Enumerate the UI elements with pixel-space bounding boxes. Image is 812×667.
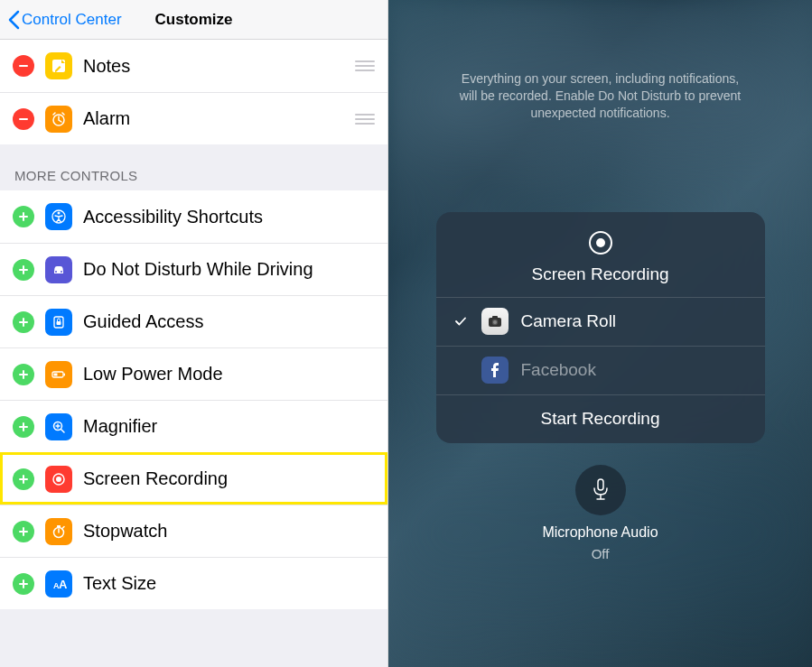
- svg-rect-33: [19, 583, 28, 585]
- control-center-overlay: Everything on your screen, including not…: [388, 0, 812, 667]
- row-label: Guided Access: [83, 311, 375, 332]
- svg-rect-5: [19, 216, 28, 218]
- record-icon: [45, 466, 72, 493]
- camera-icon: [481, 308, 509, 335]
- option-label: Camera Roll: [521, 311, 617, 331]
- svg-text:A: A: [59, 578, 68, 591]
- svg-rect-31: [57, 525, 61, 527]
- row-label: Low Power Mode: [83, 364, 375, 384]
- modal-title: Screen Recording: [531, 264, 668, 284]
- svg-point-41: [493, 320, 497, 324]
- control-row-guided-access[interactable]: Guided Access: [0, 295, 387, 347]
- start-recording-button[interactable]: Start Recording: [436, 394, 765, 443]
- destination-facebook[interactable]: Facebook: [436, 346, 765, 394]
- car-icon: [45, 256, 72, 283]
- add-button[interactable]: [13, 206, 34, 227]
- drag-handle-icon[interactable]: [355, 60, 375, 71]
- magnifier-icon: [45, 413, 72, 440]
- add-button[interactable]: [13, 573, 34, 595]
- facebook-icon: [481, 357, 509, 384]
- recording-notice: Everything on your screen, including not…: [456, 70, 745, 122]
- stopwatch-icon: [45, 518, 72, 545]
- add-button[interactable]: [13, 311, 34, 333]
- row-label: Alarm: [83, 108, 348, 129]
- control-row-magnifier[interactable]: Magnifier: [0, 400, 387, 452]
- alarm-icon: [45, 106, 72, 133]
- svg-rect-29: [19, 531, 28, 533]
- remove-button[interactable]: [13, 55, 34, 77]
- lock-icon: [45, 309, 72, 336]
- row-label: Stopwatch: [83, 521, 375, 542]
- svg-rect-19: [64, 373, 66, 375]
- add-button[interactable]: [13, 364, 34, 385]
- add-button[interactable]: [13, 416, 34, 438]
- page-title: Customize: [155, 11, 233, 29]
- settings-panel: Control Center Customize Notes Alarm: [0, 0, 388, 667]
- notes-icon: [45, 52, 72, 79]
- control-row-dnd-driving[interactable]: Do Not Disturb While Driving: [0, 243, 387, 295]
- destination-camera-roll[interactable]: Camera Roll: [436, 297, 765, 346]
- microphone-section: Microphone Audio Off: [542, 465, 658, 561]
- svg-rect-9: [19, 269, 28, 271]
- svg-rect-15: [57, 321, 61, 325]
- svg-point-37: [596, 238, 605, 247]
- row-label: Magnifier: [83, 416, 375, 437]
- svg-rect-42: [598, 479, 603, 490]
- control-row-stopwatch[interactable]: Stopwatch: [0, 505, 387, 557]
- more-controls-header: MORE CONTROLS: [0, 144, 387, 190]
- battery-icon: [45, 361, 72, 388]
- drag-handle-icon[interactable]: [355, 114, 375, 125]
- microphone-label: Microphone Audio: [542, 524, 658, 541]
- svg-rect-20: [54, 373, 58, 375]
- modal-header: Screen Recording: [436, 212, 765, 297]
- svg-rect-39: [492, 316, 498, 319]
- control-row-notes[interactable]: Notes: [0, 40, 387, 92]
- row-label: Notes: [83, 56, 348, 77]
- svg-point-7: [58, 212, 61, 215]
- accessibility-icon: [45, 203, 72, 230]
- svg-point-10: [55, 271, 57, 273]
- back-button[interactable]: Control Center: [7, 10, 122, 30]
- svg-rect-0: [19, 65, 28, 67]
- svg-point-11: [61, 271, 62, 273]
- control-row-screen-recording[interactable]: Screen Recording: [0, 452, 387, 505]
- screen-recording-modal: Screen Recording Camera Roll Facebook St…: [436, 212, 765, 443]
- control-row-text-size[interactable]: AA Text Size: [0, 557, 387, 609]
- microphone-toggle[interactable]: [575, 465, 626, 515]
- control-row-accessibility[interactable]: Accessibility Shortcuts: [0, 190, 387, 243]
- svg-rect-25: [19, 478, 28, 480]
- control-row-alarm[interactable]: Alarm: [0, 92, 387, 144]
- checkmark-icon: [453, 315, 469, 328]
- included-controls-list: Notes Alarm: [0, 40, 387, 144]
- remove-button[interactable]: [13, 108, 34, 130]
- add-button[interactable]: [13, 521, 34, 542]
- row-label: Accessibility Shortcuts: [83, 207, 375, 227]
- more-controls-list: Accessibility Shortcuts Do Not Disturb W…: [0, 190, 387, 609]
- svg-point-27: [56, 477, 61, 482]
- microphone-icon: [590, 477, 611, 503]
- chevron-left-icon: [7, 10, 20, 30]
- svg-rect-13: [19, 321, 28, 323]
- svg-rect-2: [19, 118, 28, 120]
- option-label: Facebook: [521, 360, 596, 380]
- control-row-low-power[interactable]: Low Power Mode: [0, 347, 387, 400]
- back-label: Control Center: [22, 11, 122, 29]
- row-label: Text Size: [83, 573, 375, 594]
- add-button[interactable]: [13, 468, 34, 490]
- row-label: Do Not Disturb While Driving: [83, 259, 375, 280]
- svg-rect-22: [19, 426, 28, 428]
- nav-bar: Control Center Customize: [0, 0, 387, 40]
- row-label: Screen Recording: [83, 468, 375, 489]
- record-icon: [586, 228, 615, 257]
- svg-rect-17: [19, 374, 28, 375]
- add-button[interactable]: [13, 259, 34, 281]
- text-size-icon: AA: [45, 570, 72, 598]
- microphone-state: Off: [592, 546, 610, 561]
